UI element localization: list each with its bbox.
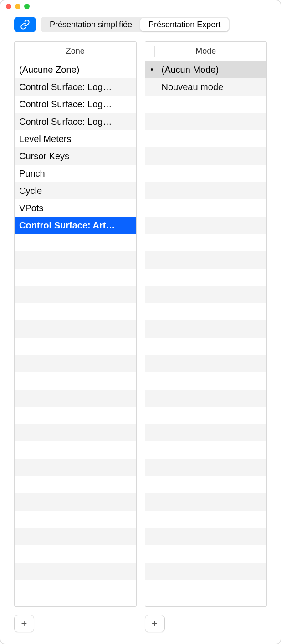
zone-row-empty bbox=[15, 269, 136, 286]
zone-row-empty bbox=[15, 511, 136, 528]
mode-row-empty bbox=[145, 96, 267, 113]
segment-simple-view[interactable]: Présentation simplifiée bbox=[41, 18, 140, 31]
zone-row-empty bbox=[15, 407, 136, 424]
mode-row-empty bbox=[145, 493, 267, 511]
mode-row-empty bbox=[145, 165, 267, 182]
zone-row[interactable]: VPots bbox=[15, 199, 136, 217]
mode-row-empty bbox=[145, 511, 267, 528]
zone-row-empty bbox=[15, 528, 136, 545]
view-segmented-control: Présentation simplifiée Présentation Exp… bbox=[41, 17, 230, 32]
zone-row-label: Punch bbox=[19, 168, 132, 179]
zone-row-label: Level Meters bbox=[19, 134, 132, 144]
zone-row-label: Cursor Keys bbox=[19, 151, 132, 162]
zone-row[interactable]: Punch bbox=[15, 165, 136, 182]
mode-row-empty bbox=[145, 476, 267, 493]
zone-row-empty bbox=[15, 234, 136, 251]
zone-list[interactable]: (Aucune Zone)Control Surface: Log…Contro… bbox=[15, 61, 136, 606]
mode-row-empty bbox=[145, 147, 267, 165]
zone-row-empty bbox=[15, 355, 136, 372]
zone-row-label: (Aucune Zone) bbox=[19, 65, 132, 75]
toolbar: Présentation simplifiée Présentation Exp… bbox=[0, 12, 281, 41]
zone-row-empty bbox=[15, 251, 136, 269]
add-zone-button[interactable]: + bbox=[14, 615, 34, 632]
zone-row-label: Control Surface: Log… bbox=[19, 99, 132, 110]
mode-row-empty bbox=[145, 390, 267, 407]
mode-row-empty bbox=[145, 355, 267, 372]
mode-row[interactable]: Nouveau mode bbox=[145, 78, 267, 96]
mode-row-empty bbox=[145, 424, 267, 441]
zone-row-empty bbox=[15, 545, 136, 563]
minimize-window-button[interactable] bbox=[15, 4, 20, 9]
mode-row-empty bbox=[145, 459, 267, 476]
mode-panel: Mode •(Aucun Mode)Nouveau mode bbox=[145, 41, 267, 607]
mode-header[interactable]: Mode bbox=[145, 42, 267, 61]
link-icon bbox=[20, 20, 30, 30]
zone-list-box: Zone (Aucune Zone)Control Surface: Log…C… bbox=[14, 41, 137, 607]
zone-row[interactable]: (Aucune Zone) bbox=[15, 61, 136, 78]
mode-list[interactable]: •(Aucun Mode)Nouveau mode bbox=[145, 61, 267, 606]
segment-simple-label: Présentation simplifiée bbox=[50, 20, 132, 30]
window: Présentation simplifiée Présentation Exp… bbox=[0, 0, 281, 644]
zone-row[interactable]: Control Surface: Log… bbox=[15, 96, 136, 113]
add-mode-button[interactable]: + bbox=[145, 615, 165, 632]
zone-row-empty bbox=[15, 303, 136, 320]
zone-row-label: Control Surface: Log… bbox=[19, 82, 132, 92]
mode-row-empty bbox=[145, 234, 267, 251]
zone-row[interactable]: Cursor Keys bbox=[15, 147, 136, 165]
close-window-button[interactable] bbox=[6, 4, 11, 9]
plus-icon: + bbox=[152, 618, 158, 629]
zone-row-label: Control Surface: Art… bbox=[19, 220, 132, 231]
plus-icon: + bbox=[21, 618, 27, 629]
segment-expert-view[interactable]: Présentation Expert bbox=[140, 18, 229, 31]
mode-row-empty bbox=[145, 130, 267, 147]
mode-row-empty bbox=[145, 269, 267, 286]
zone-row-empty bbox=[15, 338, 136, 355]
zone-row-empty bbox=[15, 286, 136, 303]
titlebar bbox=[0, 0, 281, 12]
zone-header[interactable]: Zone bbox=[15, 42, 136, 61]
mode-row-empty bbox=[145, 563, 267, 580]
zone-row[interactable]: Control Surface: Log… bbox=[15, 78, 136, 96]
zone-row[interactable]: Control Surface: Log… bbox=[15, 113, 136, 130]
content-area: Zone (Aucune Zone)Control Surface: Log…C… bbox=[0, 41, 281, 611]
mode-row-empty bbox=[145, 338, 267, 355]
zone-row-label: VPots bbox=[19, 203, 132, 213]
mode-row-empty bbox=[145, 545, 267, 563]
link-button[interactable] bbox=[14, 17, 36, 32]
zone-row-empty bbox=[15, 424, 136, 441]
zone-row-label: Cycle bbox=[19, 186, 132, 196]
zone-row[interactable]: Cycle bbox=[15, 182, 136, 199]
mode-row-empty bbox=[145, 407, 267, 424]
mode-row-empty bbox=[145, 113, 267, 130]
mode-row-empty bbox=[145, 286, 267, 303]
zone-row-empty bbox=[15, 563, 136, 580]
zone-row-empty bbox=[15, 320, 136, 338]
mode-row-empty bbox=[145, 251, 267, 269]
zone-row-empty bbox=[15, 493, 136, 511]
mode-indicator: • bbox=[145, 65, 159, 75]
zone-row-empty bbox=[15, 476, 136, 493]
mode-row-label: Nouveau mode bbox=[159, 82, 262, 92]
mode-row-empty bbox=[145, 199, 267, 217]
mode-row-label: (Aucun Mode) bbox=[159, 65, 262, 75]
mode-row-empty bbox=[145, 303, 267, 320]
zone-row-empty bbox=[15, 441, 136, 459]
zone-row-empty bbox=[15, 372, 136, 390]
zone-row-empty bbox=[15, 459, 136, 476]
zone-panel: Zone (Aucune Zone)Control Surface: Log…C… bbox=[14, 41, 137, 607]
zone-row[interactable]: Control Surface: Art… bbox=[15, 217, 136, 234]
mode-header-label: Mode bbox=[195, 46, 216, 56]
footer-actions: + + bbox=[0, 611, 281, 644]
mode-row-empty bbox=[145, 182, 267, 199]
mode-row-empty bbox=[145, 217, 267, 234]
mode-row-empty bbox=[145, 372, 267, 390]
mode-row-empty bbox=[145, 320, 267, 338]
segment-expert-label: Présentation Expert bbox=[148, 20, 220, 30]
zone-row[interactable]: Level Meters bbox=[15, 130, 136, 147]
zone-header-label: Zone bbox=[66, 46, 85, 56]
mode-row-empty bbox=[145, 528, 267, 545]
mode-row[interactable]: •(Aucun Mode) bbox=[145, 61, 267, 78]
zone-row-empty bbox=[15, 390, 136, 407]
maximize-window-button[interactable] bbox=[24, 4, 30, 9]
mode-row-empty bbox=[145, 441, 267, 459]
